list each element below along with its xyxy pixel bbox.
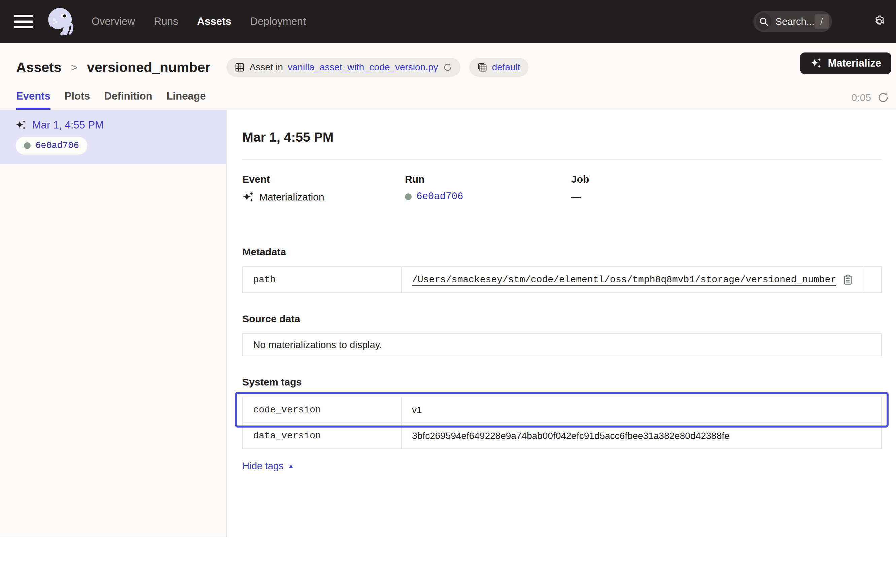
top-nav-bar: Overview Runs Assets Deployment Search..… <box>0 0 896 43</box>
job-column-label: Job <box>571 173 589 185</box>
run-status-dot <box>405 193 411 200</box>
nav-item-overview[interactable]: Overview <box>91 15 135 27</box>
page-title: versioned_number <box>87 59 210 75</box>
nav-item-assets[interactable]: Assets <box>197 15 232 27</box>
asset-chip-prefix: Asset in <box>250 62 283 73</box>
menu-icon[interactable] <box>14 15 33 28</box>
breadcrumb-chevron-icon: > <box>70 61 78 74</box>
settings-gear-icon[interactable] <box>872 14 887 29</box>
refresh-icon[interactable] <box>877 91 889 103</box>
event-date-link[interactable]: Mar 1, 4:55 PM <box>32 119 104 131</box>
run-id-link[interactable]: 6e0ad706 <box>416 191 463 202</box>
reload-icon[interactable] <box>443 62 453 72</box>
search-input[interactable]: Search... / <box>753 11 832 32</box>
run-id-chip[interactable]: 6e0ad706 <box>15 137 87 155</box>
search-placeholder: Search... <box>776 16 815 27</box>
system-tags-table: code_version v1 data_version 3bfc269594e… <box>242 397 882 449</box>
tag-value: 3bfc269594ef649228e9a74bab00f042efc91d5a… <box>402 423 881 448</box>
search-shortcut-badge: / <box>815 14 829 29</box>
repo-grid-icon <box>477 62 488 72</box>
sparkle-icon <box>810 57 822 69</box>
tag-key: data_version <box>243 423 402 448</box>
event-detail-title: Mar 1, 4:55 PM <box>242 130 882 144</box>
source-data-empty-state: No materializations to display. <box>242 333 882 356</box>
copy-icon[interactable] <box>842 274 853 286</box>
tab-definition[interactable]: Definition <box>104 90 152 109</box>
event-type-value: Materialization <box>259 191 324 203</box>
nav-item-runs[interactable]: Runs <box>154 15 178 27</box>
metadata-path-link[interactable]: /Users/smackesey/stm/code/elementl/oss/t… <box>412 275 836 285</box>
empty-cell <box>864 267 881 292</box>
breadcrumb: Assets > versioned_number Asset in vanil… <box>16 52 891 83</box>
tab-lineage[interactable]: Lineage <box>166 90 206 109</box>
asset-group-chip: default <box>469 58 529 77</box>
tag-value: v1 <box>402 397 881 422</box>
search-icon <box>756 13 771 30</box>
materialization-sparkle-icon <box>242 191 254 203</box>
metadata-key: path <box>243 267 402 292</box>
primary-nav: Overview Runs Assets Deployment <box>91 15 306 27</box>
table-row: data_version 3bfc269594ef649228e9a74bab0… <box>243 422 881 448</box>
source-data-heading: Source data <box>242 313 882 325</box>
tab-bar: Events Plots Definition Lineage 0:05 <box>16 90 891 109</box>
materialization-sparkle-icon <box>15 119 27 131</box>
breadcrumb-assets-link[interactable]: Assets <box>16 59 61 75</box>
metadata-heading: Metadata <box>242 246 882 258</box>
tag-key: code_version <box>243 397 402 422</box>
event-list-sidebar: Mar 1, 4:55 PM 6e0ad706 <box>0 110 227 537</box>
event-list-item-selected[interactable]: Mar 1, 4:55 PM 6e0ad706 <box>0 110 226 164</box>
system-tags-heading: System tags <box>242 377 882 388</box>
run-column-label: Run <box>405 173 571 185</box>
asset-definition-chip: Asset in vanilla_asset_with_code_version… <box>227 58 460 77</box>
divider <box>242 160 882 160</box>
asset-file-link[interactable]: vanilla_asset_with_code_version.py <box>288 62 438 73</box>
hide-tags-label: Hide tags <box>242 460 284 472</box>
event-column-label: Event <box>242 173 405 185</box>
group-default-link[interactable]: default <box>492 62 520 73</box>
dagster-logo[interactable] <box>45 6 76 37</box>
tab-plots[interactable]: Plots <box>65 90 90 109</box>
table-row: path /Users/smackesey/stm/code/elementl/… <box>243 267 881 292</box>
run-status-dot <box>24 142 30 149</box>
caret-up-icon: ▲ <box>288 462 294 470</box>
hide-tags-link[interactable]: Hide tags ▲ <box>242 460 294 472</box>
event-detail-panel: Mar 1, 4:55 PM Event Materialization <box>227 110 896 537</box>
asset-page-header: Assets > versioned_number Asset in vanil… <box>0 43 896 110</box>
materialize-button-label: Materialize <box>828 57 881 69</box>
refresh-countdown: 0:05 <box>852 92 871 103</box>
run-id-text: 6e0ad706 <box>35 141 79 151</box>
grid-icon <box>235 62 245 72</box>
metadata-table: path /Users/smackesey/stm/code/elementl/… <box>242 266 882 293</box>
materialize-button[interactable]: Materialize <box>800 52 891 74</box>
nav-item-deployment[interactable]: Deployment <box>250 15 306 27</box>
job-value: — <box>571 191 581 202</box>
table-row: code_version v1 <box>243 397 881 422</box>
tab-events[interactable]: Events <box>16 90 50 109</box>
